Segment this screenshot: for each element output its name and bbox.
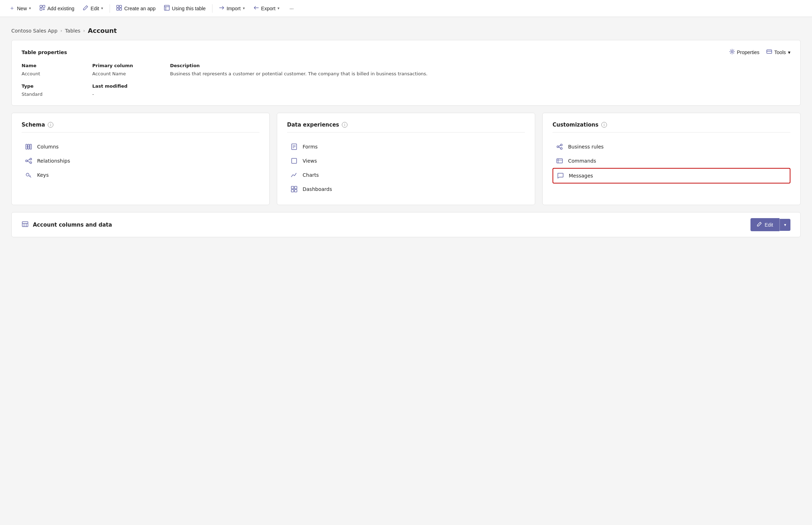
breadcrumb-tables[interactable]: Tables [65,28,81,34]
new-button[interactable]: ＋ New ▾ [6,2,35,14]
breadcrumb-area: Contoso Sales App › Tables › Account [0,17,812,40]
business-rules-label: Business rules [568,144,604,150]
svg-point-19 [30,162,32,164]
last-modified-label: Last modified [92,83,163,89]
add-existing-icon [40,5,45,12]
using-table-button[interactable]: Using this table [160,3,209,14]
schema-header: Schema i [22,122,259,133]
dashboards-label: Dashboards [303,186,332,192]
messages-label: Messages [569,173,593,179]
import-label: Import [227,6,241,11]
charts-icon [290,171,298,179]
schema-item-columns[interactable]: Abc Columns [22,140,259,154]
dashboards-icon [290,186,298,193]
cust-item-commands[interactable]: Commands [553,154,790,168]
export-button[interactable]: Export ▾ [250,3,283,14]
svg-rect-3 [117,5,119,7]
import-chevron: ▾ [243,6,245,11]
edit-toolbar-button[interactable]: Edit ▾ [79,3,107,14]
views-icon [290,157,298,164]
schema-card: Schema i Abc Columns [11,113,270,205]
primary-column-label: Primary column [92,63,163,68]
edit-chevron: ▾ [101,6,103,11]
de-item-dashboards[interactable]: Dashboards [287,182,525,196]
columns-icon: Abc [24,143,33,150]
de-item-charts[interactable]: Charts [287,168,525,182]
primary-col: Primary column Account Name Last modifie… [92,63,163,97]
new-chevron: ▾ [29,6,31,11]
svg-rect-1 [43,5,45,7]
primary-column-value: Account Name [92,71,163,76]
type-label: Type [22,83,92,89]
edit-chevron-button[interactable]: ▾ [779,219,790,231]
svg-line-36 [559,147,561,148]
cust-item-business-rules[interactable]: Business rules [553,140,790,154]
import-button[interactable]: Import ▾ [215,3,249,14]
breadcrumb-sep-1: › [60,28,62,33]
svg-rect-30 [291,189,294,192]
de-item-forms[interactable]: Forms [287,140,525,154]
schema-info-icon[interactable]: i [48,122,53,128]
desc-col: Description Business that represents a c… [163,63,790,97]
relationships-icon [24,157,33,164]
svg-point-32 [557,146,559,148]
separator-1 [110,4,110,13]
customizations-title: Customizations [553,122,598,128]
main-content: Table properties Properties [0,40,812,249]
breadcrumb-sep-2: › [83,28,85,33]
bottom-bar: Account columns and data Edit ▾ [11,212,801,237]
more-button[interactable]: ··· [286,4,297,13]
table-properties-title: Table properties [22,49,67,55]
data-experiences-info-icon[interactable]: i [342,122,347,128]
export-label: Export [261,6,275,11]
schema-title: Schema [22,122,45,128]
gear-icon [729,49,735,56]
new-label: New [17,6,27,11]
schema-item-keys[interactable]: Keys [22,168,259,182]
breadcrumb-current: Account [88,27,117,34]
props-grid: Name Account Type Standard Primary colum… [22,63,790,97]
svg-text:Abc: Abc [26,146,29,147]
columns-label: Columns [37,144,59,150]
separator-2 [212,4,212,13]
create-app-button[interactable]: Create an app [113,3,159,14]
svg-rect-15 [30,144,31,149]
breadcrumb: Contoso Sales App › Tables › Account [11,27,801,34]
tools-button[interactable]: Tools ▾ [766,49,790,56]
commands-label: Commands [568,158,596,164]
properties-label: Properties [737,49,760,55]
export-chevron: ▾ [278,6,280,11]
svg-rect-29 [294,186,297,189]
forms-icon [290,143,298,150]
svg-rect-37 [557,159,562,163]
svg-point-33 [561,144,562,146]
create-app-icon [116,5,122,12]
data-experiences-title: Data experiences [287,122,339,128]
plus-icon: ＋ [9,5,15,12]
create-app-label: Create an app [124,6,156,11]
last-modified-value: - [92,92,163,97]
svg-rect-2 [40,8,42,10]
schema-item-relationships[interactable]: Relationships [22,154,259,168]
name-col: Name Account Type Standard [22,63,92,97]
data-experiences-header: Data experiences i [287,122,525,133]
svg-rect-11 [767,50,772,53]
properties-button[interactable]: Properties [729,49,760,56]
tools-chevron: ▾ [788,49,790,55]
edit-button-label: Edit [765,222,773,228]
import-icon [219,5,224,12]
tools-icon [766,49,772,56]
cust-item-messages[interactable]: Messages [553,168,790,183]
edit-button[interactable]: Edit [750,218,779,231]
three-col-section: Schema i Abc Columns [11,113,801,205]
svg-line-35 [559,145,561,146]
edit-btn-group: Edit ▾ [750,218,790,231]
keys-label: Keys [37,172,49,178]
customizations-info-icon[interactable]: i [601,122,607,128]
svg-rect-31 [294,189,297,192]
data-experiences-card: Data experiences i Forms [277,113,535,205]
add-existing-button[interactable]: Add existing [36,3,78,14]
breadcrumb-app[interactable]: Contoso Sales App [11,28,58,34]
de-item-views[interactable]: Views [287,154,525,168]
messages-icon [556,172,565,179]
